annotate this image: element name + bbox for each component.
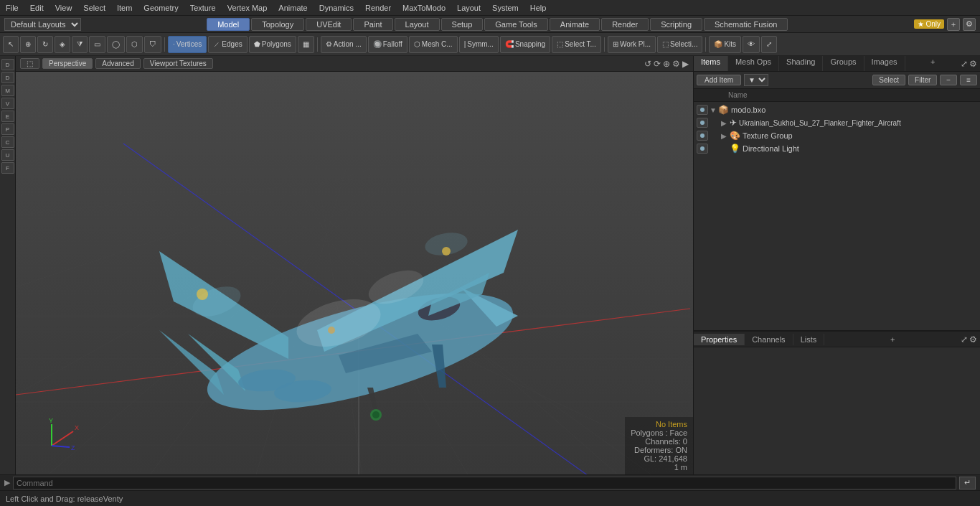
tab-mesh-ops[interactable]: Mesh Ops <box>728 56 779 71</box>
tab-shading[interactable]: Shading <box>779 56 823 71</box>
menu-item[interactable]: Item <box>111 2 138 14</box>
panel-expand-icon[interactable]: ⤢ <box>961 59 968 69</box>
menu-vertex-map[interactable]: Vertex Map <box>222 2 273 14</box>
add-panel-tab-button[interactable]: + <box>926 56 939 71</box>
menu-dynamics[interactable]: Dynamics <box>314 2 359 14</box>
viewport-canvas[interactable]: X Y Z No Items Polygons : Face Channels:… <box>16 72 693 474</box>
viewport-refresh-icon[interactable]: ⟳ <box>654 59 661 69</box>
polygons-btn[interactable]: ⬟ Polygons <box>249 36 296 53</box>
add-layout-button[interactable]: + <box>947 18 960 31</box>
command-input[interactable] <box>13 477 956 489</box>
kits-btn[interactable]: 📦 Kits <box>709 36 741 53</box>
tree-item-directional-light[interactable]: ▶ 💡 Directional Light <box>694 142 980 155</box>
command-enter-button[interactable]: ↵ <box>959 477 976 489</box>
transform-move-btn[interactable]: ⊕ <box>20 36 36 53</box>
tree-eye-light[interactable] <box>697 144 708 154</box>
viewport-settings-icon[interactable]: ⚙ <box>672 59 680 69</box>
tab-model[interactable]: Model <box>207 18 250 31</box>
mesh-constraints-btn[interactable]: ⬡ Mesh C... <box>409 36 458 53</box>
action-btn[interactable]: ⚙ Action ... <box>321 36 367 53</box>
menu-render[interactable]: Render <box>359 2 397 14</box>
menu-help[interactable]: Help <box>524 2 552 14</box>
rotate2-btn[interactable]: ◯ <box>107 36 125 53</box>
viewport[interactable]: ⬚ Perspective Advanced Viewport Textures… <box>16 56 693 474</box>
menu-view[interactable]: View <box>50 2 78 14</box>
vp-textures-btn[interactable]: Viewport Textures <box>143 58 213 69</box>
left-tool-7[interactable]: C <box>1 136 14 148</box>
menu-edit[interactable]: Edit <box>24 2 50 14</box>
tab-layout[interactable]: Layout <box>395 18 440 31</box>
menu-texture[interactable]: Texture <box>184 2 222 14</box>
edges-btn[interactable]: ⟋ Edges <box>208 36 247 53</box>
menu-geometry[interactable]: Geometry <box>138 2 184 14</box>
tab-scripting[interactable]: Scripting <box>650 18 702 31</box>
layout-options-button[interactable]: ⚙ <box>963 18 976 31</box>
items-select-button[interactable]: Select <box>872 75 905 85</box>
layout-dropdown[interactable]: Default Layouts <box>4 18 81 31</box>
menu-maxtomodo[interactable]: MaxToModo <box>397 2 451 14</box>
tab-lists[interactable]: Lists <box>793 334 825 345</box>
viewport-rotate-icon[interactable]: ↺ <box>644 59 651 69</box>
tree-item-texture-group[interactable]: ▶ 🎨 Texture Group <box>694 129 980 142</box>
left-tool-8[interactable]: U <box>1 149 14 161</box>
transform-rotate-btn[interactable]: ↻ <box>37 36 53 53</box>
tab-uvedit[interactable]: UVEdit <box>306 18 352 31</box>
tree-item-aircraft[interactable]: ▶ ✈ Ukrainian_Sukhoi_Su_27_Flanker_Fight… <box>694 116 980 129</box>
tree-eye-aircraft[interactable] <box>697 118 708 128</box>
snapping-btn[interactable]: ◈ <box>55 36 70 53</box>
viewport-zoom-icon[interactable]: ⊕ <box>663 59 670 69</box>
transform-select-btn[interactable]: ↖ <box>3 36 19 53</box>
left-tool-5[interactable]: E <box>1 111 14 122</box>
tab-game-tools[interactable]: Game Tools <box>484 18 548 31</box>
tab-topology[interactable]: Topology <box>251 18 304 31</box>
left-tool-6[interactable]: P <box>1 123 14 135</box>
tab-setup[interactable]: Setup <box>441 18 484 31</box>
tab-channels[interactable]: Channels <box>745 334 793 345</box>
snapping2-btn[interactable]: 🧲 Snapping <box>500 36 550 53</box>
left-tool-9[interactable]: F <box>1 162 14 174</box>
items-more-button[interactable]: ≡ <box>960 75 977 85</box>
tab-animate[interactable]: Animate <box>550 18 600 31</box>
menu-select[interactable]: Select <box>77 2 111 14</box>
star-only-badge[interactable]: ★ Only <box>914 19 944 29</box>
menu-layout[interactable]: Layout <box>451 2 486 14</box>
left-tool-2[interactable]: D <box>1 72 14 83</box>
tab-items[interactable]: Items <box>694 56 728 71</box>
left-tool-1[interactable]: D <box>1 59 14 70</box>
menu-file[interactable]: File <box>0 2 24 14</box>
vertices-btn[interactable]: · Vertices <box>168 36 207 53</box>
hex-btn[interactable]: ⬡ <box>126 36 143 53</box>
tab-paint[interactable]: Paint <box>353 18 392 31</box>
work-plane-btn[interactable]: ⊞ Work Pl... <box>608 36 656 53</box>
items-filter-button[interactable]: Filter <box>908 75 937 85</box>
shield-btn[interactable]: ⛉ <box>144 36 161 53</box>
tab-properties[interactable]: Properties <box>694 334 745 345</box>
tree-eye-texture[interactable] <box>697 131 708 141</box>
tree-item-modo-bxo[interactable]: ▼ 📦 modo.bxo <box>694 103 980 116</box>
vr-btn[interactable]: 👁 <box>743 36 760 53</box>
tab-render[interactable]: Render <box>601 18 649 31</box>
left-tool-4[interactable]: V <box>1 98 14 109</box>
props-expand-icon[interactable]: ⤢ <box>961 334 968 345</box>
vp-expand-btn[interactable]: ⬚ <box>20 58 39 69</box>
viewport-play-icon[interactable]: ▶ <box>682 59 689 69</box>
tab-images[interactable]: Images <box>864 56 905 71</box>
vp-advanced-btn[interactable]: Advanced <box>95 58 140 69</box>
toggle-btn[interactable]: ▦ <box>298 36 314 53</box>
selection-btn[interactable]: ⬚ Selecti... <box>657 36 702 53</box>
items-minus-button[interactable]: − <box>940 75 957 85</box>
left-tool-3[interactable]: M <box>1 85 14 96</box>
add-item-button[interactable]: Add Item <box>697 75 741 85</box>
vp-perspective-btn[interactable]: Perspective <box>42 58 93 69</box>
shape-btn[interactable]: ▭ <box>89 36 105 53</box>
falloff-btn[interactable]: 🔘 Falloff <box>368 36 407 53</box>
props-settings-icon[interactable]: ⚙ <box>969 334 977 345</box>
symmetry-btn[interactable]: | Symm... <box>459 36 499 53</box>
expand-btn[interactable]: ⤢ <box>761 36 777 53</box>
tree-eye-modo[interactable] <box>697 105 708 115</box>
menu-animate[interactable]: Animate <box>273 2 313 14</box>
mirror-btn[interactable]: ⧩ <box>72 36 88 53</box>
tab-groups[interactable]: Groups <box>823 56 864 71</box>
add-props-tab-button[interactable]: + <box>886 334 899 345</box>
select-tool-btn[interactable]: ⬚ Select T... <box>552 36 601 53</box>
